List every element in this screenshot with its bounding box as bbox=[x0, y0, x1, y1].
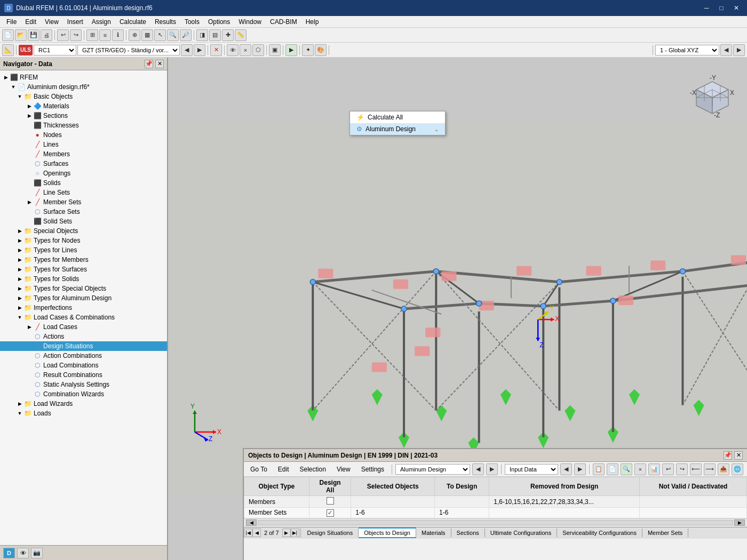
menu-file[interactable]: File bbox=[2, 17, 21, 27]
rc-dropdown[interactable]: RC1 bbox=[34, 45, 76, 55]
tree-item-solid-sets[interactable]: ⬛ Solid Sets bbox=[0, 217, 167, 226]
bottom-menu-edit[interactable]: Edit bbox=[274, 465, 293, 474]
display-btn3[interactable]: ⬡ bbox=[252, 44, 264, 56]
filter-button[interactable]: ▦ bbox=[141, 29, 153, 41]
tree-item-result-combinations[interactable]: ⬡ Result Combinations bbox=[0, 370, 167, 380]
bottom-menu-settings[interactable]: Settings bbox=[357, 465, 388, 474]
module-dropdown[interactable]: Aluminum Design bbox=[395, 464, 470, 475]
tree-item-load-combinations[interactable]: ⬡ Load Combinations bbox=[0, 361, 167, 370]
view-next[interactable]: ▶ bbox=[733, 44, 745, 56]
panel-btn8[interactable]: ⟵ bbox=[690, 463, 702, 475]
open-button[interactable]: 📂 bbox=[15, 29, 27, 41]
cell-design-all-2[interactable] bbox=[309, 508, 351, 518]
nav-view-button[interactable]: 📷 bbox=[31, 548, 43, 558]
tree-item-types-special[interactable]: ▶ 📁 Types for Special Objects bbox=[0, 284, 167, 293]
print-button[interactable]: 🖨 bbox=[41, 29, 52, 41]
minimize-button[interactable]: ─ bbox=[700, 3, 713, 13]
types-members-arrow[interactable]: ▶ bbox=[16, 256, 23, 263]
nav-data-button[interactable]: D bbox=[3, 548, 15, 558]
tree-item-types-surfaces[interactable]: ▶ 📁 Types for Surfaces bbox=[0, 265, 167, 274]
bottom-menu-view[interactable]: View bbox=[332, 465, 355, 474]
module-next[interactable]: ▶ bbox=[486, 463, 498, 475]
tree-item-surfaces[interactable]: ⬡ Surfaces bbox=[0, 159, 167, 169]
menu-cad-bim[interactable]: CAD-BIM bbox=[266, 17, 301, 27]
menu-assign[interactable]: Assign bbox=[88, 17, 115, 27]
tab-sections[interactable]: Sections bbox=[451, 529, 485, 537]
tree-item-nodes[interactable]: ● Nodes bbox=[0, 130, 167, 140]
tree-item-action-combinations[interactable]: ⬡ Action Combinations bbox=[0, 351, 167, 361]
types-lines-arrow[interactable]: ▶ bbox=[16, 246, 23, 254]
view-area[interactable]: X Y Z X Y bbox=[168, 58, 747, 560]
tree-item-lines[interactable]: ╱ Lines bbox=[0, 140, 167, 149]
section-next[interactable]: ▶ bbox=[574, 463, 586, 475]
tree-item-line-sets[interactable]: ╱ Line Sets bbox=[0, 188, 167, 197]
panel-btn5[interactable]: 📊 bbox=[648, 463, 660, 475]
checkbox-members[interactable] bbox=[327, 497, 334, 505]
bottom-panel-controls[interactable]: 📌 ✕ bbox=[724, 451, 743, 460]
panel-btn9[interactable]: ⟶ bbox=[704, 463, 716, 475]
types-surfaces-arrow[interactable]: ▶ bbox=[16, 266, 23, 273]
types-aluminum-arrow[interactable]: ▶ bbox=[16, 294, 23, 302]
axis-button[interactable]: ⊕ bbox=[129, 29, 140, 41]
view-button[interactable]: ▤ bbox=[209, 29, 221, 41]
view-dropdown[interactable]: 1 - Global XYZ bbox=[655, 45, 719, 55]
table-button[interactable]: ⊞ bbox=[86, 29, 98, 41]
zoom-all-button[interactable]: 🔎 bbox=[180, 29, 192, 41]
prev-combo-button[interactable]: ◀ bbox=[181, 44, 193, 56]
calculate-all-item[interactable]: ⚡ Calculate All bbox=[350, 111, 445, 123]
panel-btn3[interactable]: 🔍 bbox=[621, 463, 632, 475]
design-situations-arrow[interactable] bbox=[26, 342, 33, 350]
bottom-menu-goto[interactable]: Go To bbox=[246, 465, 272, 474]
tab-objects-to-design[interactable]: Objects to Design bbox=[359, 527, 416, 538]
menu-options[interactable]: Options bbox=[204, 17, 234, 27]
tree-item-combination-wizards[interactable]: ⬡ Combination Wizards bbox=[0, 389, 167, 399]
model-view-button[interactable]: 📐 bbox=[2, 44, 14, 56]
maximize-button[interactable]: □ bbox=[715, 3, 728, 13]
tree-item-types-nodes[interactable]: ▶ 📁 Types for Nodes bbox=[0, 236, 167, 245]
tree-item-solids[interactable]: ⬛ Solids bbox=[0, 178, 167, 188]
panel-pin-button[interactable]: 📌 bbox=[724, 451, 732, 460]
basic-objects-arrow[interactable]: ▼ bbox=[16, 93, 23, 100]
tree-item-special-objects[interactable]: ▶ 📁 Special Objects bbox=[0, 226, 167, 236]
panel-close-button[interactable]: ✕ bbox=[734, 451, 743, 460]
tree-item-basic-objects[interactable]: ▼ 📁 Basic Objects bbox=[0, 92, 167, 101]
view-prev[interactable]: ◀ bbox=[720, 44, 732, 56]
materials-arrow[interactable]: ▶ bbox=[26, 102, 33, 110]
render-mode-button[interactable]: ▣ bbox=[269, 44, 281, 56]
menu-view[interactable]: View bbox=[41, 17, 63, 27]
action-combinations-arrow[interactable] bbox=[26, 352, 33, 359]
measure-button[interactable]: 📏 bbox=[235, 29, 247, 41]
loads-arrow[interactable]: ▼ bbox=[16, 410, 23, 417]
menu-tools[interactable]: Tools bbox=[180, 17, 204, 27]
tree-item-rfem[interactable]: ▶ ⬛ RFEM bbox=[0, 73, 167, 82]
combination-wizards-arrow[interactable] bbox=[26, 390, 33, 398]
menu-window[interactable]: Window bbox=[234, 17, 266, 27]
calc-button[interactable]: ≡ bbox=[99, 29, 111, 41]
tree-item-thicknesses[interactable]: ⬛ Thicknesses bbox=[0, 121, 167, 130]
tree-item-load-wizards[interactable]: ▶ 📁 Load Wizards bbox=[0, 399, 167, 409]
tree-item-load-cases[interactable]: ▶ ╱ Load Cases bbox=[0, 322, 167, 332]
types-nodes-arrow[interactable]: ▶ bbox=[16, 237, 23, 244]
tab-serviceability-configurations[interactable]: Serviceability Configurations bbox=[557, 529, 642, 537]
calc-run-button[interactable]: ▶ bbox=[285, 44, 297, 56]
info-button[interactable]: ℹ bbox=[112, 29, 124, 41]
tree-item-static-analysis[interactable]: ⬡ Static Analysis Settings bbox=[0, 380, 167, 389]
imperfections-arrow[interactable]: ▶ bbox=[16, 304, 23, 311]
menu-help[interactable]: Help bbox=[301, 17, 323, 27]
display-btn2[interactable]: × bbox=[240, 44, 251, 56]
scroll-right[interactable]: ▶ bbox=[734, 519, 745, 526]
tree-item-types-members[interactable]: ▶ 📁 Types for Members bbox=[0, 255, 167, 265]
checkbox-member-sets[interactable] bbox=[327, 509, 334, 517]
panel-btn6[interactable]: ↩ bbox=[662, 463, 674, 475]
tree-item-actions[interactable]: ⬡ Actions bbox=[0, 332, 167, 341]
delete-button[interactable]: ✕ bbox=[210, 44, 222, 56]
window-controls[interactable]: ─ □ ✕ bbox=[700, 3, 743, 13]
tab-design-situations[interactable]: Design Situations bbox=[302, 529, 359, 537]
nav-cube[interactable]: -Y X -X -Z bbox=[688, 74, 736, 122]
display-btn1[interactable]: 👁 bbox=[227, 44, 239, 56]
member-sets-arrow[interactable]: ▶ bbox=[26, 198, 33, 206]
tree-item-sections[interactable]: ▶ ⬛ Sections bbox=[0, 111, 167, 121]
undo-button[interactable]: ↩ bbox=[57, 29, 69, 41]
load-combinations-arrow[interactable] bbox=[26, 362, 33, 369]
types-special-arrow[interactable]: ▶ bbox=[16, 285, 23, 292]
